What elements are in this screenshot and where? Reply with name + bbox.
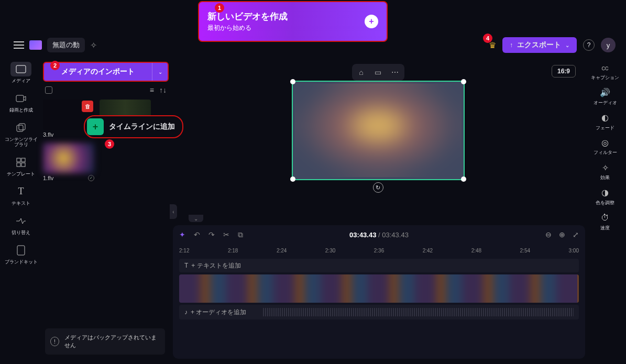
sidebar-item-library[interactable]: コンテンツライブラリ: [4, 120, 38, 148]
project-title[interactable]: 無題の動: [47, 38, 85, 52]
right-item-fade[interactable]: ◐フェード: [596, 112, 614, 131]
callout-badge-3: 3: [105, 139, 114, 149]
audio-track[interactable]: ♪+ オーディオを追加: [179, 305, 579, 319]
right-label: キャプション: [591, 75, 619, 81]
track-label: + オーディオを追加: [191, 308, 246, 317]
callout-badge-1: 1: [215, 3, 224, 13]
svg-rect-5: [21, 158, 25, 162]
sidebar-item-record[interactable]: 録画と作成: [9, 91, 33, 113]
zoom-in-icon[interactable]: ⊕: [559, 230, 565, 239]
resize-handle[interactable]: [290, 79, 295, 84]
user-avatar[interactable]: y: [601, 38, 616, 52]
info-icon: !: [50, 337, 59, 346]
right-item-effects[interactable]: ✧効果: [600, 162, 610, 181]
ruler-mark: 2:12: [179, 248, 189, 253]
visibility-off-icon[interactable]: ✧: [90, 40, 97, 50]
right-item-filter[interactable]: ◎フィルター: [594, 137, 617, 156]
add-to-timeline-tooltip[interactable]: + タイムラインに追加: [84, 115, 183, 138]
video-track[interactable]: [179, 274, 579, 303]
import-label: メディアのインポート: [44, 67, 152, 76]
more-icon[interactable]: ⋯: [388, 66, 402, 79]
media-thumb[interactable]: 1.flv✓: [43, 143, 94, 181]
right-label: オーディオ: [594, 100, 617, 106]
sidebar-item-transitions[interactable]: 切り替え: [10, 214, 31, 236]
check-icon: ✓: [88, 175, 94, 181]
media-filename: 1.flv: [43, 175, 53, 181]
svg-rect-7: [21, 163, 25, 167]
timeline-ruler[interactable]: 2:12 2:18 2:24 2:30 2:36 2:42 2:48 2:54 …: [173, 244, 585, 257]
right-item-color[interactable]: ◑色を調整: [596, 187, 614, 206]
ruler-mark: 3:00: [569, 248, 579, 253]
ruler-mark: 2:18: [228, 248, 238, 253]
fit-icon[interactable]: ▭: [371, 66, 386, 79]
sidebar-label: コンテンツライブラリ: [4, 137, 38, 148]
current-time: 03:43.43: [349, 231, 376, 239]
collapse-panel-handle[interactable]: ‹: [170, 204, 177, 219]
redo-icon[interactable]: ↷: [208, 230, 215, 239]
resize-handle[interactable]: [461, 177, 466, 182]
fade-icon: ◐: [601, 112, 609, 124]
crop-icon[interactable]: ⌂: [354, 66, 369, 79]
sidebar-item-brand[interactable]: ブランドキット: [5, 243, 38, 265]
export-label: エクスポート: [517, 40, 561, 50]
sidebar-label: テンプレート: [7, 171, 35, 177]
text-track[interactable]: T+ テキストを追加: [179, 259, 579, 272]
fit-timeline-icon[interactable]: ⤢: [573, 230, 579, 239]
aspect-ratio-button[interactable]: 16:9: [552, 65, 576, 78]
right-label: 速度: [600, 225, 610, 231]
svg-rect-2: [17, 125, 23, 131]
sidebar-label: ブランドキット: [5, 259, 38, 265]
total-time: 03:43.43: [382, 231, 409, 239]
preview-frame[interactable]: ↻: [292, 81, 465, 180]
color-icon: ◑: [601, 187, 609, 198]
right-item-captions[interactable]: ㏄キャプション: [591, 62, 619, 81]
sidebar-item-media[interactable]: メディア: [10, 62, 31, 84]
right-sidebar: ㏄キャプション 🔊オーディオ ◐フェード ◎フィルター ✧効果 ◑色を調整 ⏱速…: [587, 62, 623, 231]
export-button[interactable]: ↑ エクスポート ⌄: [502, 37, 577, 53]
svg-rect-3: [19, 124, 25, 130]
sort-icon[interactable]: ↑↓: [159, 86, 167, 94]
sidebar-label: 録画と作成: [9, 107, 33, 113]
speed-icon: ⏱: [601, 212, 609, 224]
import-dropdown[interactable]: ⌄: [152, 63, 168, 81]
filter-icon[interactable]: ≡: [150, 86, 154, 94]
upload-icon: ↑: [510, 41, 513, 49]
hamburger-icon[interactable]: [14, 41, 24, 49]
preview-area: ⌂ ▭ ⋯ 16:9 ↻ ✦ ⏮ ↺ ▶ ↻ ⏭ ⛶: [180, 57, 576, 214]
collapse-timeline-handle[interactable]: ⌄: [189, 215, 203, 222]
ai-icon[interactable]: ✦: [179, 230, 185, 239]
left-sidebar: メディア 録画と作成 コンテンツライブラリ テンプレート Tテキスト 切り替え …: [4, 62, 38, 264]
sidebar-label: 切り替え: [12, 230, 30, 236]
ruler-mark: 2:24: [277, 248, 287, 253]
right-item-speed[interactable]: ⏱速度: [600, 212, 610, 231]
zoom-out-icon[interactable]: ⊖: [545, 230, 552, 239]
callout-badge-2: 2: [50, 61, 60, 70]
cut-icon[interactable]: ✂: [223, 230, 229, 239]
audio-icon: 🔊: [600, 87, 610, 98]
sidebar-item-text[interactable]: Tテキスト: [10, 184, 31, 206]
ruler-mark: 2:54: [520, 248, 530, 253]
import-media-button[interactable]: メディアのインポート ⌄: [43, 62, 169, 82]
right-item-audio[interactable]: 🔊オーディオ: [594, 87, 617, 106]
ruler-mark: 2:42: [423, 248, 433, 253]
select-all-checkbox[interactable]: [45, 86, 52, 94]
ruler-mark: 2:48: [471, 248, 481, 253]
delete-icon[interactable]: 🗑: [82, 101, 93, 112]
right-label: フィルター: [594, 150, 617, 156]
app-header: 無題の動 ✧ ♛ ↑ エクスポート ⌄ ? y: [14, 35, 616, 56]
svg-rect-6: [17, 163, 20, 167]
help-icon[interactable]: ?: [583, 39, 595, 51]
resize-handle[interactable]: [290, 177, 295, 182]
copy-icon[interactable]: ⧉: [238, 230, 243, 239]
rotate-handle[interactable]: ↻: [373, 182, 383, 193]
resize-handle[interactable]: [461, 79, 466, 84]
sidebar-label: テキスト: [12, 201, 30, 206]
ruler-mark: 2:36: [374, 248, 384, 253]
sidebar-item-templates[interactable]: テンプレート: [7, 155, 35, 177]
right-label: フェード: [596, 125, 614, 131]
timeline-time: 03:43.43 / 03:43.43: [349, 231, 409, 239]
callout-badge-4: 4: [483, 34, 492, 43]
chevron-down-icon: ⌄: [565, 42, 569, 48]
undo-icon[interactable]: ↶: [194, 230, 200, 239]
svg-rect-0: [16, 65, 26, 73]
